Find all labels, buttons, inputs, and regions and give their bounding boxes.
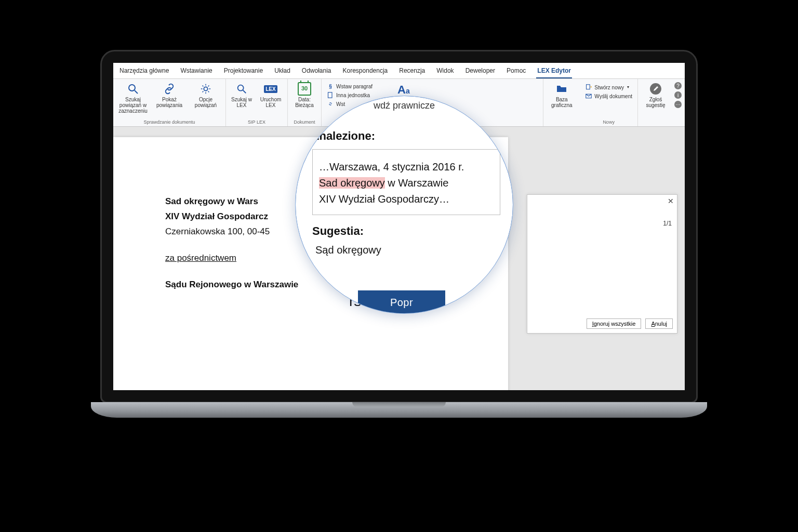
ribbon-group-nowy: Stwórz nowy ▾ Wyślij dokument Nowy bbox=[580, 79, 638, 126]
document-icon bbox=[327, 91, 334, 99]
word-app-window: Narzędzia główne Wstawianie Projektowani… bbox=[113, 63, 685, 390]
group-label-dokument: Dokument bbox=[294, 118, 315, 125]
svg-point-0 bbox=[129, 85, 135, 91]
btn-wyslij-dokument[interactable]: Wyślij dokument bbox=[583, 92, 634, 100]
settings-dot-icon[interactable]: ⋯ bbox=[674, 101, 682, 108]
svg-line-4 bbox=[243, 90, 246, 94]
svg-rect-6 bbox=[587, 85, 590, 89]
btn-wstaw-paragraf[interactable]: § Wstaw paragraf bbox=[325, 82, 375, 90]
laptop-screen-bezel: Narzędzia główne Wstawianie Projektowani… bbox=[100, 50, 698, 403]
svg-line-1 bbox=[135, 90, 138, 94]
btn-anuluj[interactable]: Anuluj bbox=[645, 318, 673, 329]
link-icon bbox=[327, 100, 334, 108]
tab-projektowanie[interactable]: Projektowanie bbox=[223, 65, 264, 78]
btn-szukaj-powiazan-label: Szukaj powiązań w zaznaczeniu bbox=[117, 97, 149, 114]
correction-count: 1/1 bbox=[663, 220, 672, 227]
ribbon-group-dokument: 30 Data: Bieżąca Dokument bbox=[288, 79, 322, 126]
ribbon-help-column: ? i ⋯ bbox=[673, 79, 685, 126]
ribbon-tabs: Narzędzia główne Wstawianie Projektowani… bbox=[113, 63, 685, 79]
tab-deweloper[interactable]: Deweloper bbox=[464, 65, 496, 78]
tab-wstawianie[interactable]: Wstawianie bbox=[179, 65, 213, 78]
btn-baza-graficzna-label: Baza graficzna bbox=[547, 97, 576, 108]
highlighted-error: Sad okręgowy bbox=[319, 177, 385, 189]
btn-zglos-sugestie-label: Zgłoś sugestię bbox=[642, 97, 669, 108]
magnifier-overlay: wdź prawnicze Znalezione: …Warszawa, 4 s… bbox=[295, 96, 513, 314]
znalezione-label: Znalezione: bbox=[312, 129, 500, 143]
tab-pomoc[interactable]: Pomoc bbox=[506, 65, 527, 78]
calendar-icon: 30 bbox=[298, 82, 311, 96]
znalezione-context-box: …Warszawa, 4 stycznia 2016 r. Sad okręgo… bbox=[312, 149, 500, 215]
chevron-down-icon: ▾ bbox=[627, 85, 629, 90]
ribbon-group-sugestie: Zgłoś sugestię bbox=[638, 79, 673, 126]
btn-opcje-powiazan[interactable]: Opcje powiązań bbox=[189, 81, 222, 109]
btn-pokaz-powiazania-label: Pokaż powiązania bbox=[154, 97, 185, 108]
search-icon bbox=[126, 82, 140, 96]
btn-wyslij-dokument-label: Wyślij dokument bbox=[594, 94, 632, 99]
tab-uklad[interactable]: Układ bbox=[273, 65, 291, 78]
laptop-base bbox=[91, 402, 707, 418]
btn-stworz-nowy[interactable]: Stwórz nowy ▾ bbox=[583, 83, 634, 91]
help-icon[interactable]: ? bbox=[674, 82, 682, 89]
correction-panel: ✕ 1/1 Ignoruj wszystkie Anuluj bbox=[527, 194, 677, 334]
btn-opcje-powiazan-label: Opcje powiązań bbox=[190, 97, 221, 108]
mail-icon bbox=[585, 92, 592, 100]
btn-data-biezaca[interactable]: 30 Data: Bieżąca bbox=[291, 81, 318, 109]
btn-wst-label: Wst bbox=[336, 101, 345, 107]
tab-korespondencja[interactable]: Korespondencja bbox=[342, 65, 389, 78]
btn-baza-graficzna[interactable]: Baza graficzna bbox=[546, 81, 577, 109]
sugestia-label: Sugestia: bbox=[312, 224, 500, 238]
context-line-1: …Warszawa, 4 stycznia 2016 r. bbox=[319, 159, 494, 175]
group-label-sprawdzanie: Sprawdzanie dokumentu bbox=[143, 118, 195, 125]
btn-szukaj-w-lex[interactable]: Szukaj w LEX bbox=[229, 81, 254, 109]
svg-point-2 bbox=[204, 87, 207, 90]
close-icon[interactable]: ✕ bbox=[668, 197, 674, 205]
tab-widok[interactable]: Widok bbox=[435, 65, 455, 78]
btn-szukaj-powiazan[interactable]: Szukaj powiązań w zaznaczeniu bbox=[116, 81, 150, 115]
paragraph-icon: § bbox=[327, 83, 334, 90]
tab-narzedzia[interactable]: Narzędzia główne bbox=[118, 65, 170, 78]
tab-lex-edytor[interactable]: LEX Edytor bbox=[536, 65, 572, 78]
btn-ignoruj-wszystkie[interactable]: Ignoruj wszystkie bbox=[587, 318, 642, 329]
folder-icon bbox=[555, 82, 568, 96]
pencil-circle-icon bbox=[649, 82, 662, 96]
tab-odwolania[interactable]: Odwołania bbox=[301, 65, 332, 78]
ribbon-group-siplex: Szukaj w LEX LEX Uruchom LEX SIP LEX bbox=[226, 79, 288, 126]
btn-data-biezaca-label: Data: Bieżąca bbox=[292, 97, 317, 108]
svg-rect-5 bbox=[328, 92, 332, 98]
ribbon-group-sprawdzanie: Szukaj powiązań w zaznaczeniu Pokaż powi… bbox=[113, 79, 226, 126]
btn-uruchom-lex[interactable]: LEX Uruchom LEX bbox=[257, 81, 284, 109]
font-style-icon[interactable]: Aa bbox=[397, 81, 410, 97]
context-line-2: Sad okręgowy w Warszawie bbox=[319, 175, 494, 191]
ribbon-group-baza: Baza graficzna bbox=[543, 79, 580, 126]
group-label-nowy: Nowy bbox=[603, 118, 615, 125]
group-label-siplex: SIP LEX bbox=[248, 118, 265, 125]
btn-stworz-nowy-label: Stwórz nowy bbox=[594, 85, 624, 90]
info-icon[interactable]: i bbox=[674, 91, 682, 99]
svg-point-3 bbox=[238, 85, 244, 91]
link-gear-icon bbox=[199, 82, 212, 96]
btn-uruchom-lex-label: Uruchom LEX bbox=[258, 97, 283, 108]
search-icon bbox=[235, 82, 248, 96]
laptop-mockup: Narzędzia główne Wstawianie Projektowani… bbox=[91, 50, 707, 424]
new-document-icon bbox=[585, 84, 592, 91]
lex-logo-icon: LEX bbox=[264, 82, 277, 96]
link-icon bbox=[163, 82, 176, 96]
btn-inna-jednostka-label: Inna jednostka bbox=[336, 92, 370, 98]
btn-pokaz-powiazania[interactable]: Pokaż powiązania bbox=[153, 81, 186, 109]
btn-wstaw-paragraf-label: Wstaw paragraf bbox=[336, 84, 373, 89]
document-area: Sad okręgowy w Wars XIV Wydział Gospodar… bbox=[113, 127, 685, 390]
btn-szukaj-w-lex-label: Szukaj w LEX bbox=[230, 97, 253, 108]
context-line-3: XIV Wydział Gospodarczy… bbox=[319, 191, 494, 207]
btn-zglos-sugestie[interactable]: Zgłoś sugestię bbox=[641, 81, 670, 109]
sugestia-value: Sąd okręgowy bbox=[312, 244, 500, 256]
tab-recenzja[interactable]: Recenzja bbox=[398, 65, 426, 78]
btn-inna-jednostka[interactable]: Inna jednostka bbox=[325, 91, 375, 99]
